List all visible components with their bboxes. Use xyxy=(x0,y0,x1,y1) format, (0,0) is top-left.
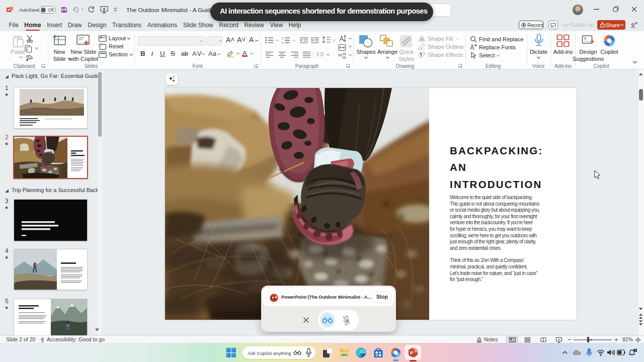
svg-text:P: P xyxy=(410,350,413,355)
svg-text:1: 1 xyxy=(282,37,283,40)
svg-text:P: P xyxy=(272,296,274,300)
svg-text:P: P xyxy=(8,8,10,13)
svg-text:2: 2 xyxy=(282,41,283,44)
